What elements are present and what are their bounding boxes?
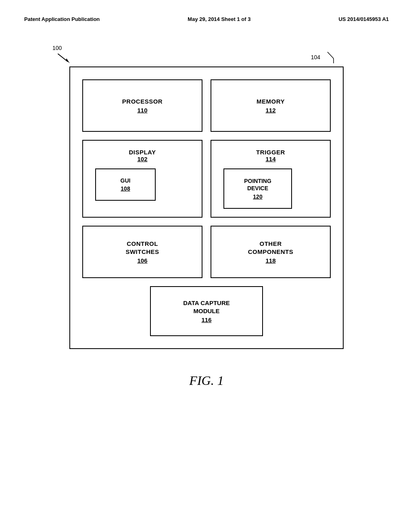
memory-label: MEMORY [257, 98, 285, 106]
control-switches-box: CONTROLSWITCHES 106 [82, 226, 202, 278]
processor-label: PROCESSOR [122, 98, 163, 106]
row-4: DATA CAPTUREMODULE 116 [82, 286, 331, 336]
diagram-area: 100 104 PROCESS [24, 46, 389, 349]
memory-box: MEMORY 112 [211, 79, 331, 132]
gui-box: GUI 108 [95, 168, 156, 201]
row-1: PROCESSOR 110 MEMORY 112 [82, 79, 331, 132]
other-components-label: OTHERCOMPONENTS [248, 240, 294, 256]
header-publication-label: Patent Application Publication [24, 16, 100, 22]
trigger-box: TRIGGER 114 POINTINGDEVICE 120 [211, 140, 331, 218]
header-patent-number: US 2014/0145953 A1 [338, 16, 389, 22]
display-label: DISPLAY [91, 149, 194, 156]
outer-box-104: PROCESSOR 110 MEMORY 112 DISPLAY 102 [69, 66, 344, 349]
page: Patent Application Publication May 29, 2… [0, 0, 413, 532]
control-switches-label: CONTROLSWITCHES [125, 240, 159, 256]
processor-ref: 110 [137, 107, 147, 114]
other-components-box: OTHERCOMPONENTS 118 [211, 226, 331, 278]
trigger-label: TRIGGER [219, 149, 322, 156]
pointing-device-box: POINTINGDEVICE 120 [223, 168, 292, 209]
gui-ref: 108 [121, 185, 130, 192]
pointing-device-label: POINTINGDEVICE [244, 177, 271, 192]
control-switches-ref: 106 [137, 257, 147, 264]
ref-100-label: 100 [52, 44, 62, 52]
display-box: DISPLAY 102 GUI 108 [82, 140, 202, 218]
pointing-device-ref: 120 [253, 193, 262, 200]
memory-ref: 112 [265, 107, 275, 114]
row-2: DISPLAY 102 GUI 108 TRIGGER 114 POINTING… [82, 140, 331, 218]
row-3: CONTROLSWITCHES 106 OTHERCOMPONENTS 118 [82, 226, 331, 278]
gui-label: GUI [121, 177, 131, 184]
ref-104-label: 104 [311, 51, 336, 63]
processor-box: PROCESSOR 110 [82, 79, 202, 132]
other-components-ref: 118 [265, 257, 275, 264]
figure-caption: FIG. 1 [24, 373, 389, 388]
svg-line-2 [327, 52, 334, 58]
ref-104-container: 104 PROCESSOR 110 MEMORY 112 [69, 66, 344, 349]
trigger-ref: 114 [219, 156, 322, 162]
data-capture-module-box: DATA CAPTUREMODULE 116 [150, 286, 263, 336]
data-capture-ref: 116 [201, 316, 211, 323]
header-date-sheet: May 29, 2014 Sheet 1 of 3 [188, 16, 250, 22]
arrow-100 [58, 54, 70, 65]
data-capture-label: DATA CAPTUREMODULE [183, 299, 230, 315]
patent-header: Patent Application Publication May 29, 2… [24, 16, 389, 22]
display-ref: 102 [91, 156, 194, 162]
